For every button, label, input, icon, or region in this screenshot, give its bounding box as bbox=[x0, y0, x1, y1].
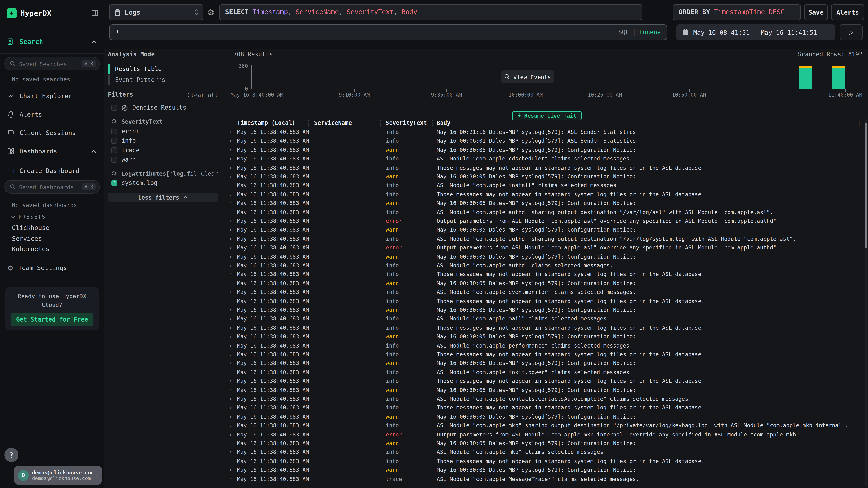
save-button[interactable]: Save bbox=[804, 4, 828, 20]
clear-link[interactable]: Clear bbox=[201, 170, 218, 177]
log-row[interactable]: › May 16 11:38:40.683 AM info Those mess… bbox=[226, 164, 868, 172]
run-query-button[interactable]: ▷ bbox=[840, 24, 863, 40]
row-expand-chevron-icon[interactable]: › bbox=[229, 359, 231, 368]
row-expand-chevron-icon[interactable]: › bbox=[229, 386, 231, 395]
checkbox[interactable] bbox=[111, 157, 117, 163]
sidebar-item-alerts[interactable]: Alerts bbox=[0, 107, 104, 122]
row-expand-chevron-icon[interactable]: › bbox=[229, 217, 231, 226]
log-row[interactable]: › May 16 11:38:40.683 AM warn May 16 00:… bbox=[226, 306, 868, 315]
log-row[interactable]: › May 16 11:38:40.683 AM warn May 16 00:… bbox=[226, 466, 868, 475]
row-expand-chevron-icon[interactable]: › bbox=[229, 270, 231, 279]
log-row[interactable]: › May 16 11:38:40.683 AM info Those mess… bbox=[226, 377, 868, 386]
row-expand-chevron-icon[interactable]: › bbox=[229, 190, 231, 199]
row-expand-chevron-icon[interactable]: › bbox=[229, 306, 231, 315]
date-range-picker[interactable]: May 16 08:41:51 - May 16 11:41:51 bbox=[677, 24, 835, 40]
presets-section-header[interactable]: PRESETS bbox=[11, 214, 46, 220]
row-expand-chevron-icon[interactable]: › bbox=[229, 128, 231, 137]
row-expand-chevron-icon[interactable]: › bbox=[229, 172, 231, 181]
preset-kubernetes[interactable]: Kubernetes bbox=[12, 245, 50, 253]
row-expand-chevron-icon[interactable]: › bbox=[229, 395, 231, 403]
sidebar-collapse-icon[interactable] bbox=[91, 9, 99, 17]
row-expand-chevron-icon[interactable]: › bbox=[229, 368, 231, 377]
row-expand-chevron-icon[interactable]: › bbox=[229, 457, 231, 466]
user-menu[interactable]: D demos@clickhouse.com demos@clickhouse.… bbox=[14, 466, 102, 485]
source-settings-gear-icon[interactable]: ⚙ bbox=[207, 8, 214, 18]
create-dashboard-button[interactable]: + Create Dashboard bbox=[12, 167, 80, 174]
log-row[interactable]: › May 16 11:38:40.683 AM info ASL Module… bbox=[226, 288, 868, 297]
chevron-up-icon[interactable] bbox=[91, 40, 97, 44]
scrollbar-thumb[interactable] bbox=[865, 123, 867, 248]
alerts-button[interactable]: Alerts bbox=[831, 4, 864, 20]
log-row[interactable]: › May 16 11:38:40.683 AM warn May 16 00:… bbox=[226, 172, 868, 181]
sidebar-item-team-settings[interactable]: ⚙ Team Settings bbox=[0, 260, 104, 275]
log-row[interactable]: › May 16 11:38:40.683 AM info ASL Module… bbox=[226, 395, 868, 403]
row-expand-chevron-icon[interactable]: › bbox=[229, 466, 231, 475]
row-expand-chevron-icon[interactable]: › bbox=[229, 377, 231, 386]
row-expand-chevron-icon[interactable]: › bbox=[229, 226, 231, 235]
log-row[interactable]: › May 16 11:38:40.683 AM info Those mess… bbox=[226, 270, 868, 279]
log-row[interactable]: › May 16 11:38:40.683 AM info ASL Module… bbox=[226, 261, 868, 270]
checkbox[interactable] bbox=[111, 147, 117, 153]
row-expand-chevron-icon[interactable]: › bbox=[229, 181, 231, 190]
mode-results-table[interactable]: Results Table bbox=[108, 64, 218, 74]
log-row[interactable]: › May 16 11:38:40.683 AM info ASL Module… bbox=[226, 368, 868, 377]
log-row[interactable]: › May 16 11:38:40.683 AM info ASL Module… bbox=[226, 448, 868, 457]
sidebar-item-dashboards[interactable]: Dashboards bbox=[0, 144, 104, 159]
row-expand-chevron-icon[interactable]: › bbox=[229, 403, 231, 413]
row-expand-chevron-icon[interactable]: › bbox=[229, 324, 231, 332]
row-expand-chevron-icon[interactable]: › bbox=[229, 297, 231, 306]
scrollbar-track[interactable] bbox=[865, 119, 867, 486]
log-row[interactable]: › May 16 11:38:40.683 AM info Those mess… bbox=[226, 324, 868, 332]
row-expand-chevron-icon[interactable]: › bbox=[229, 199, 231, 208]
log-row[interactable]: › May 16 11:38:40.683 AM info ASL Module… bbox=[226, 155, 868, 164]
sidebar-item-chart-explorer[interactable]: Chart Explorer bbox=[0, 88, 104, 104]
row-expand-chevron-icon[interactable]: › bbox=[229, 430, 231, 439]
log-row[interactable]: › May 16 11:38:40.683 AM warn May 16 00:… bbox=[226, 199, 868, 208]
checkbox[interactable] bbox=[111, 180, 117, 186]
chevron-up-icon[interactable] bbox=[91, 150, 97, 153]
row-expand-chevron-icon[interactable]: › bbox=[229, 261, 231, 270]
preset-services[interactable]: Services bbox=[12, 235, 42, 242]
saved-dashboards-input[interactable]: Saved Dashboards ⌘ K bbox=[4, 180, 100, 194]
row-expand-chevron-icon[interactable]: › bbox=[229, 350, 231, 359]
preset-clickhouse[interactable]: Clickhouse bbox=[12, 224, 50, 231]
filter-option-trace[interactable]: trace bbox=[111, 147, 140, 154]
log-row[interactable]: › May 16 11:38:40.683 AM error Output pa… bbox=[226, 243, 868, 253]
log-row[interactable]: › May 16 11:38:40.683 AM info ASL Module… bbox=[226, 341, 868, 350]
search-query-input[interactable]: * SQL | Lucene bbox=[109, 24, 667, 40]
row-expand-chevron-icon[interactable]: › bbox=[229, 288, 231, 297]
row-expand-chevron-icon[interactable]: › bbox=[229, 208, 231, 217]
log-row[interactable]: › May 16 11:38:40.683 AM warn May 16 00:… bbox=[226, 279, 868, 288]
mode-event-patterns[interactable]: Event Patterns bbox=[108, 75, 218, 85]
log-row[interactable]: › May 16 11:38:40.683 AM info May 16 00:… bbox=[226, 137, 868, 146]
language-toggle[interactable]: SQL | Lucene bbox=[618, 29, 661, 36]
row-expand-chevron-icon[interactable]: › bbox=[229, 439, 231, 448]
select-columns-input[interactable]: SELECT Timestamp, ServiceName, SeverityT… bbox=[219, 4, 642, 20]
filter-option-error[interactable]: error bbox=[111, 128, 140, 135]
row-expand-chevron-icon[interactable]: › bbox=[229, 341, 231, 350]
order-by-input[interactable]: ORDER BY TimestampTime DESC bbox=[673, 4, 801, 20]
log-row[interactable]: › May 16 11:38:40.683 AM info ASL Module… bbox=[226, 422, 868, 430]
saved-searches-input[interactable]: Saved Searches ⌘ K bbox=[4, 57, 100, 70]
log-row[interactable]: › May 16 11:38:40.683 AM trace ASL Modul… bbox=[226, 475, 868, 484]
source-select[interactable]: Logs bbox=[109, 4, 204, 20]
row-expand-chevron-icon[interactable]: › bbox=[229, 253, 231, 261]
log-row[interactable]: › May 16 11:38:40.683 AM warn May 16 00:… bbox=[226, 413, 868, 421]
log-row[interactable]: › May 16 11:38:40.683 AM info ASL Module… bbox=[226, 181, 868, 190]
language-lucene[interactable]: Lucene bbox=[639, 29, 661, 36]
log-row[interactable]: › May 16 11:38:40.683 AM warn May 16 00:… bbox=[226, 386, 868, 395]
checkbox[interactable] bbox=[111, 138, 117, 144]
row-expand-chevron-icon[interactable]: › bbox=[229, 332, 231, 341]
row-expand-chevron-icon[interactable]: › bbox=[229, 448, 231, 457]
log-row[interactable]: › May 16 11:38:40.683 AM info May 16 00:… bbox=[226, 128, 868, 137]
log-row[interactable]: › May 16 11:38:40.683 AM info Those mess… bbox=[226, 403, 868, 413]
denoise-filter-row[interactable]: Denoise Results bbox=[111, 104, 186, 111]
row-expand-chevron-icon[interactable]: › bbox=[229, 235, 231, 243]
sidebar-item-client-sessions[interactable]: Client Sessions bbox=[0, 125, 104, 140]
row-expand-chevron-icon[interactable]: › bbox=[229, 315, 231, 324]
sidebar-item-search[interactable]: Search bbox=[0, 34, 104, 50]
log-row[interactable]: › May 16 11:38:40.683 AM error Output pa… bbox=[226, 217, 868, 226]
log-row[interactable]: › May 16 11:38:40.683 AM info ASL Module… bbox=[226, 315, 868, 324]
log-row[interactable]: › May 16 11:38:40.683 AM warn May 16 00:… bbox=[226, 332, 868, 341]
row-expand-chevron-icon[interactable]: › bbox=[229, 422, 231, 430]
